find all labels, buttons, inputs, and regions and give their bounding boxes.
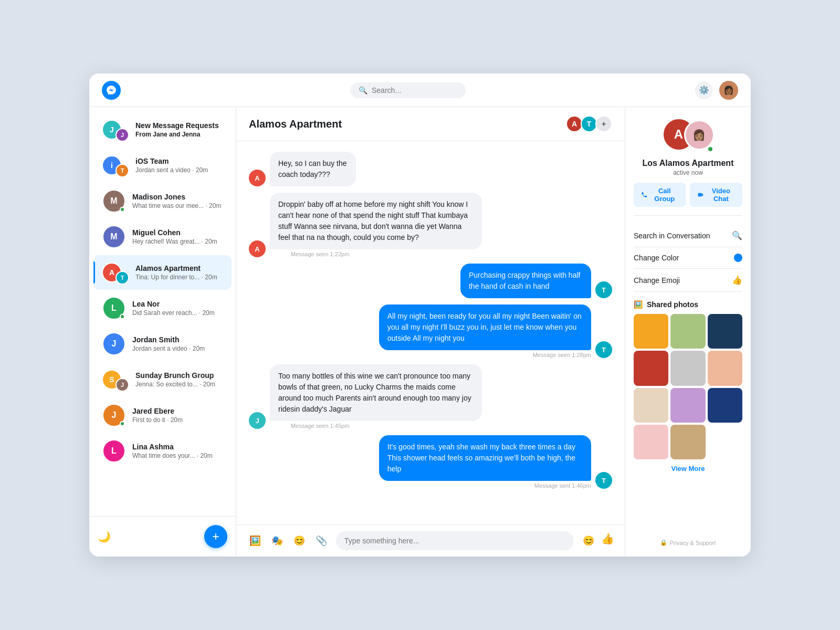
conv-avatar-lea: L xyxy=(102,296,126,320)
shared-photo[interactable] xyxy=(670,388,705,423)
shared-photo[interactable] xyxy=(708,351,742,385)
conv-preview: Did Sarah ever reach... · 20m xyxy=(132,309,223,317)
conversation-list: J J New Message Requests From Jane and J… xyxy=(89,107,236,516)
message-row: A Droppin' baby off at home before my ni… xyxy=(249,193,612,257)
add-photo-button[interactable]: 🖼️ xyxy=(247,532,264,549)
search-input[interactable] xyxy=(372,86,457,94)
conv-name: Lea Nor xyxy=(132,300,223,308)
user-avatar[interactable]: 👩🏾 xyxy=(719,81,738,100)
gif-button[interactable]: 🎭 xyxy=(269,532,286,549)
conv-avatar-jared: J xyxy=(102,403,126,427)
messages-container: A Hey, so I can buy the coach today??? A… xyxy=(236,141,625,524)
conv-info-brunch: Sunday Brunch Group Jenna: So excited to… xyxy=(135,371,223,388)
conv-info-ios-team: iOS Team Jordan sent a video · 20m xyxy=(135,157,223,174)
message-content: All my night, been ready for you all my … xyxy=(249,304,591,358)
video-chat-button[interactable]: Video Chat xyxy=(690,183,742,207)
conv-info-new-requests: New Message Requests From Jane and Jenna xyxy=(135,121,223,138)
conv-item-lea-nor[interactable]: L Lea Nor Did Sarah ever reach... · 20m xyxy=(93,291,232,326)
conv-info-madison: Madison Jones What time was our mee... ·… xyxy=(132,193,223,209)
group-action-buttons: Call Group Video Chat xyxy=(634,183,742,207)
change-emoji-option[interactable]: Change Emoji 👍 xyxy=(634,269,742,292)
online-indicator xyxy=(120,421,125,426)
group-profile: A 👩🏽 Los Alamos Apartment active now Cal… xyxy=(634,118,742,216)
shared-photos-section: 🖼️ Shared photos View More xyxy=(634,300,742,472)
message-content: Droppin' baby off at home before my nigh… xyxy=(270,193,612,257)
sticker-button[interactable]: 😊 xyxy=(291,532,308,549)
sidebar-footer: 🌙 + xyxy=(89,516,236,556)
messenger-logo xyxy=(102,81,121,100)
message-avatar: A xyxy=(249,170,266,186)
message-input[interactable] xyxy=(336,531,574,550)
panel-options: Search in Conversation 🔍 Change Color Ch… xyxy=(634,224,742,292)
privacy-support[interactable]: 🔒 Privacy & Support xyxy=(634,531,742,546)
right-panel: A 👩🏽 Los Alamos Apartment active now Cal… xyxy=(625,107,751,556)
online-indicator xyxy=(120,314,125,319)
like-button[interactable]: 👍 xyxy=(601,532,614,549)
video-icon xyxy=(697,191,704,199)
call-group-button[interactable]: Call Group xyxy=(634,183,686,207)
shared-photo[interactable] xyxy=(634,314,668,349)
conv-avatar-jordan: J xyxy=(102,332,126,356)
shared-photos-title: 🖼️ Shared photos xyxy=(634,300,742,309)
conv-item-sunday-brunch[interactable]: S J Sunday Brunch Group Jenna: So excite… xyxy=(93,362,232,397)
conv-item-miguel-cohen[interactable]: M Miguel Cohen Hey rachel! Was great... … xyxy=(93,219,232,254)
conv-item-alamos-apartment[interactable]: A T Alamos Apartment Tina: Up for dinner… xyxy=(93,255,232,290)
global-search[interactable]: 🔍 xyxy=(350,82,466,98)
attach-button[interactable]: 📎 xyxy=(313,532,330,549)
conv-preview: Hey rachel! Was great... · 20m xyxy=(132,238,223,245)
input-action-icons: 🖼️ 🎭 😊 📎 xyxy=(247,532,330,549)
conv-preview: From Jane and Jenna xyxy=(135,131,223,138)
message-meta: Message seen 1:22pm xyxy=(291,251,612,257)
shared-photo[interactable] xyxy=(670,351,705,385)
dark-mode-toggle[interactable]: 🌙 xyxy=(98,530,111,543)
settings-button[interactable]: ⚙️ xyxy=(695,81,713,99)
privacy-icon: 🔒 xyxy=(660,539,667,546)
view-more-button[interactable]: View More xyxy=(634,465,742,472)
add-member-button[interactable]: + xyxy=(595,116,612,132)
avatar-miguel: M xyxy=(102,225,125,248)
search-icon: 🔍 xyxy=(359,86,368,94)
message-avatar: J xyxy=(249,412,266,429)
new-chat-button[interactable]: + xyxy=(204,525,227,548)
conv-avatar-ios-team: i T xyxy=(102,153,129,177)
shared-photo[interactable] xyxy=(708,388,742,423)
conv-item-lina-ashma[interactable]: L Lina Ashma What time does your... · 20… xyxy=(93,434,232,468)
conv-item-jordan-smith[interactable]: J Jordan Smith Jordan sent a video · 20m xyxy=(93,327,232,361)
shared-photos-label: Shared photos xyxy=(647,300,698,309)
conv-item-ios-team[interactable]: i T iOS Team Jordan sent a video · 20m xyxy=(93,148,232,183)
shared-photo[interactable] xyxy=(634,425,668,459)
change-emoji-label: Change Emoji xyxy=(634,276,680,285)
conv-preview: Tina: Up for dinner to... · 20m xyxy=(135,274,223,281)
change-color-label: Change Color xyxy=(634,254,679,262)
conv-name: Miguel Cohen xyxy=(132,228,223,237)
conv-item-madison-jones[interactable]: M Madison Jones What time was our mee...… xyxy=(93,184,232,218)
message-content: Purchasing crappy things with half the h… xyxy=(380,264,591,298)
message-bubble: Too many bottles of this wine we can't p… xyxy=(270,364,482,421)
conv-avatar-alamos: A T xyxy=(102,260,129,285)
conv-name: Sunday Brunch Group xyxy=(135,371,223,380)
message-bubble: Hey, so I can buy the coach today??? xyxy=(270,152,356,186)
sidebar: J J New Message Requests From Jane and J… xyxy=(89,107,236,556)
message-content: Too many bottles of this wine we can't p… xyxy=(270,364,612,429)
search-in-conversation-option[interactable]: Search in Conversation 🔍 xyxy=(634,224,742,247)
shared-photo[interactable] xyxy=(634,351,668,385)
change-color-option[interactable]: Change Color xyxy=(634,247,742,269)
shared-photo[interactable] xyxy=(634,388,668,423)
conv-info-jared: Jared Ebere First to do it · 20m xyxy=(132,407,223,424)
conv-item-new-requests[interactable]: J J New Message Requests From Jane and J… xyxy=(93,112,232,147)
conv-avatar-madison: M xyxy=(102,189,126,213)
chat-title: Alamos Apartment xyxy=(249,118,342,130)
conv-item-jared-ebere[interactable]: J Jared Ebere First to do it · 20m xyxy=(93,398,232,433)
shared-photo[interactable] xyxy=(670,425,705,459)
privacy-label: Privacy & Support xyxy=(669,540,716,546)
emoji-button[interactable]: 😊 xyxy=(580,532,597,549)
message-bubble: It's good times, yeah she wash my back t… xyxy=(379,435,591,481)
top-right-actions: ⚙️ 👩🏾 xyxy=(695,81,738,100)
chat-input-bar: 🖼️ 🎭 😊 📎 😊 👍 xyxy=(236,524,625,556)
shared-photo[interactable] xyxy=(670,314,705,349)
conv-name: Alamos Apartment xyxy=(135,264,223,272)
photos-grid xyxy=(634,314,742,459)
shared-photo[interactable] xyxy=(708,314,742,349)
chat-area: Alamos Apartment A T + A Hey, so I can b… xyxy=(236,107,625,556)
conv-preview: Jordan sent a video · 20m xyxy=(132,345,223,352)
